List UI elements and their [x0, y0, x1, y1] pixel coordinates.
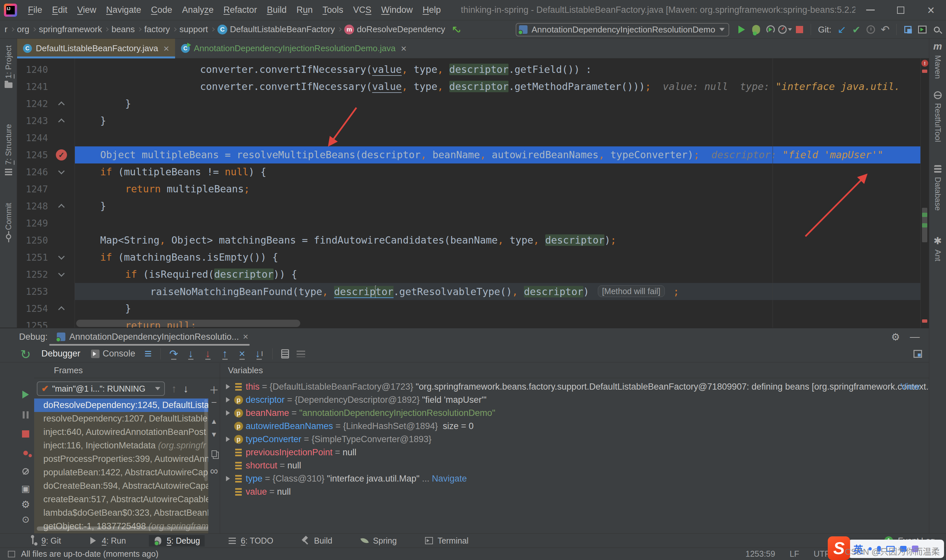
code-line[interactable]: 1252if (isRequired(descriptor)) { [17, 266, 920, 283]
rerun-button[interactable]: ↻ [19, 348, 32, 361]
editor-tab[interactable]: CDefaultListableBeanFactory.java× [17, 39, 175, 58]
fold-start-icon[interactable] [58, 270, 65, 277]
resume-button[interactable] [19, 388, 32, 401]
frame-row[interactable]: resolveDependency:1207, DefaultListableB [34, 412, 208, 425]
run-button[interactable] [735, 22, 749, 37]
gutter[interactable] [51, 180, 75, 198]
breadcrumb-springframework[interactable]: springframework [37, 24, 104, 34]
line-number[interactable]: 1245 [17, 150, 51, 160]
gutter[interactable] [51, 61, 75, 78]
sidebar-item-commit[interactable]: Commit [0, 203, 17, 239]
fold-start-icon[interactable] [58, 168, 65, 174]
line-number[interactable]: 1250 [17, 235, 51, 246]
code-line[interactable]: 1253raiseNoMatchingBeanFound(type, descr… [17, 283, 920, 300]
toolwindow-button-run[interactable]: 4: Run [84, 535, 131, 546]
close-icon[interactable]: × [163, 43, 169, 54]
code-editor[interactable]: 1239(descriptor1240converter.convertIfNe… [17, 58, 929, 328]
line-number[interactable]: 1247 [17, 184, 51, 195]
code-line[interactable]: 1241converter.convertIfNecessary(value, … [17, 78, 920, 95]
variable-link[interactable]: View [901, 382, 920, 392]
code-text[interactable]: Object multipleBeans = resolveMultipleBe… [75, 146, 883, 163]
maximize-button[interactable] [886, 0, 916, 20]
menu-run[interactable]: Run [291, 5, 317, 15]
menu-refactor[interactable]: Refactor [219, 5, 262, 15]
line-separator[interactable]: LF [790, 549, 799, 559]
mute-breakpoints-button[interactable] [19, 465, 32, 478]
code-line[interactable]: 1239(descriptor [17, 58, 920, 61]
toolwindow-button-build[interactable]: Build [296, 535, 337, 546]
fold-end-icon[interactable] [58, 118, 65, 125]
expand-arrow-icon[interactable] [223, 397, 233, 402]
line-number[interactable]: 1251 [17, 252, 51, 263]
code-text[interactable]: if (multipleBeans != null) { [75, 163, 267, 180]
run-config-selector[interactable]: AnnotationDependencyInjectionResolutionD… [516, 23, 729, 37]
line-number[interactable]: 1241 [17, 82, 51, 92]
breakpoint-icon[interactable]: ✓ [56, 149, 67, 160]
frames-vertical-scrollbar[interactable] [204, 399, 208, 481]
expand-arrow-icon[interactable] [223, 437, 233, 442]
history-button[interactable] [864, 22, 878, 37]
stop-button[interactable] [792, 22, 807, 37]
layout-menu-icon[interactable]: ≡ [145, 347, 152, 361]
minimize-button[interactable] [855, 0, 886, 20]
variable-row[interactable]: type = {Class@310} "interface java.util.… [220, 472, 929, 485]
frames-horizontal-scrollbar[interactable] [37, 526, 208, 531]
code-text[interactable]: converter.convertIfNecessary(value, type… [75, 78, 900, 95]
sidebar-item-database[interactable]: Database [929, 165, 946, 211]
breadcrumb-doresolvedependency[interactable]: mdoResolveDependency [342, 24, 447, 34]
step-over-button[interactable]: ↷ [166, 347, 182, 361]
toolwindow-button-todo[interactable]: 6: TODO [223, 535, 278, 546]
gutter[interactable] [51, 266, 75, 283]
code-line[interactable]: 1244 [17, 129, 920, 146]
error-stripe[interactable]: ! [920, 58, 929, 328]
drop-frame-button[interactable]: × [234, 347, 250, 361]
sidebar-item-restfultool[interactable]: RestfulTool [929, 91, 946, 142]
coverage-button[interactable] [763, 22, 778, 37]
back-arrow-icon[interactable]: ↩ [448, 22, 464, 37]
toolwindow-button-git[interactable]: 9: Git [24, 535, 66, 546]
pin-button[interactable]: ⊙ [19, 513, 32, 526]
fold-start-icon[interactable] [58, 253, 65, 260]
code-line[interactable]: 1243} [17, 112, 920, 129]
breadcrumb-factory[interactable]: factory [142, 24, 172, 34]
show-watches-icon[interactable]: ∞ [210, 464, 218, 477]
toolwindow-button-terminal[interactable]: Terminal [420, 535, 473, 546]
force-step-into-button[interactable]: ↓ [200, 347, 216, 361]
breadcrumb-support[interactable]: support [177, 24, 210, 34]
frame-row[interactable]: populateBean:1422, AbstractAutowireCapa [34, 466, 208, 479]
close-icon[interactable]: × [401, 43, 407, 54]
code-text[interactable]: } [75, 95, 131, 112]
code-line[interactable]: 1248} [17, 198, 920, 215]
frame-up-button[interactable]: ↑ [171, 383, 177, 395]
code-text[interactable]: if (isRequired(descriptor)) { [75, 266, 297, 283]
tab-console[interactable]: Console [86, 349, 140, 359]
sidebar-item-ant[interactable]: ✱Ant [929, 236, 946, 261]
line-number[interactable]: 1248 [17, 201, 51, 212]
code-line[interactable]: 1247return multipleBeans; [17, 180, 920, 198]
gutter[interactable] [51, 215, 75, 232]
frame-row[interactable]: inject:116, InjectionMetadata (org.sprin… [34, 439, 208, 452]
gutter[interactable] [51, 163, 75, 180]
rollback-button[interactable]: ↶ [878, 22, 892, 37]
move-up-button[interactable]: ▲ [211, 415, 218, 428]
code-text[interactable]: raiseNoMatchingBeanFound(type, descripto… [75, 283, 679, 300]
expand-arrow-icon[interactable] [223, 384, 233, 389]
add-watch-button[interactable]: ＋ [209, 383, 219, 396]
menu-analyze[interactable]: Analyze [177, 5, 219, 15]
gutter[interactable] [51, 129, 75, 146]
error-mark[interactable] [922, 319, 927, 323]
code-line[interactable]: 1250Map<String, Object> matchingBeans = … [17, 232, 920, 249]
sidebar-item-structure[interactable]: 7: Structure [0, 124, 17, 175]
expand-arrow-icon[interactable] [223, 476, 233, 481]
frame-row[interactable]: inject:640, AutowiredAnnotationBeanPost [34, 425, 208, 439]
menu-tools[interactable]: Tools [317, 5, 348, 15]
code-text[interactable]: } [75, 198, 106, 215]
menu-help[interactable]: Help [418, 5, 446, 15]
line-number[interactable]: 1252 [17, 269, 51, 280]
menu-build[interactable]: Build [262, 5, 291, 15]
variable-row[interactable]: this = {DefaultListableBeanFactory@1723}… [220, 380, 929, 393]
variable-row[interactable]: pautowiredBeanNames = {LinkedHashSet@189… [220, 420, 929, 432]
gutter[interactable] [51, 317, 75, 328]
line-number[interactable]: 1246 [17, 167, 51, 178]
toolwindow-button-debug[interactable]: 5: Debug [149, 535, 204, 546]
